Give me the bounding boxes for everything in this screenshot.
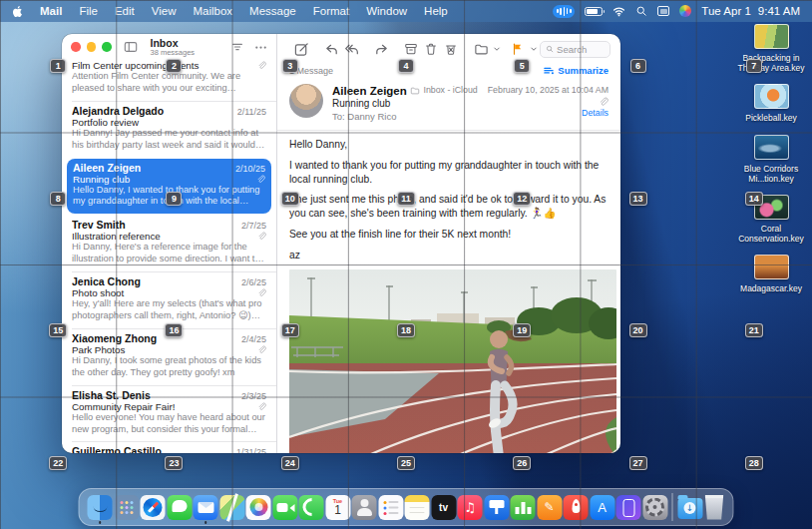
junk-button[interactable] (441, 39, 461, 59)
summarize-button[interactable]: Summarize (543, 65, 609, 77)
dock-photos-icon[interactable] (246, 495, 271, 520)
apple-menu-icon[interactable] (12, 5, 24, 18)
reply-all-button[interactable] (341, 39, 361, 59)
display-icon[interactable] (657, 6, 669, 16)
details-link[interactable]: Details (410, 107, 609, 120)
desktop-file-label: Pickleball.key (745, 113, 797, 123)
count-bar: 1 Message Summarize (277, 62, 620, 79)
dock-settings-icon[interactable] (642, 495, 667, 520)
dock-iphone-mirroring-icon[interactable] (616, 495, 641, 520)
menu-edit[interactable]: Edit (115, 5, 135, 17)
folder-chevron-icon[interactable] (491, 39, 503, 59)
dock-appstore-icon[interactable] (590, 495, 614, 520)
dock-separator (672, 493, 673, 521)
email-row[interactable]: Trev Smith 2/7/25 Illustration reference… (62, 215, 276, 271)
desktop-file-icon[interactable]: Coral Conservation.key (735, 195, 807, 244)
dock-facetime-icon[interactable] (272, 495, 297, 520)
delete-button[interactable] (421, 39, 441, 59)
close-window-button[interactable] (71, 42, 81, 52)
calendar-day: 1 (325, 503, 350, 517)
body-paragraph: She just sent me this photo, and said it… (289, 193, 614, 221)
menu-bar-clock[interactable]: Tue Apr 1 9:41 AM (701, 5, 800, 17)
sidebar-toggle-icon[interactable] (124, 40, 138, 54)
search-icon (546, 44, 554, 54)
flag-button[interactable] (508, 39, 528, 59)
sender-avatar[interactable] (289, 84, 323, 118)
dock-tv-icon[interactable] (431, 495, 456, 520)
email-subject: Running club (73, 174, 250, 185)
menu-bar-status: Tue Apr 1 9:41 AM (553, 5, 800, 18)
email-sender: Jenica Chong (72, 275, 235, 287)
dock-downloads-icon[interactable] (677, 498, 702, 519)
dock-contacts-icon[interactable] (352, 495, 377, 520)
menu-file[interactable]: File (79, 5, 98, 17)
email-row[interactable]: Xiaomeng Zhong 2/4/25 Park Photos Hi Dan… (62, 328, 276, 385)
battery-icon[interactable] (585, 7, 603, 16)
menu-message[interactable]: Message (249, 5, 296, 17)
dock-safari-icon[interactable] (141, 495, 166, 520)
menu-bar: MailFileEditViewMailboxMessageFormatWind… (0, 0, 812, 22)
email-row[interactable]: Aileen Zeigen 2/10/25 Running club Hello… (67, 159, 271, 215)
email-preview: Hi Danny! Jay passed me your contact inf… (72, 128, 266, 152)
flag-chevron-icon[interactable] (528, 39, 540, 59)
dock-reminders-icon[interactable] (378, 495, 403, 520)
dock-mail-icon[interactable] (194, 495, 218, 520)
attachment-icon (257, 288, 266, 297)
desktop-file-icon[interactable]: Backpacking in The Bay Area.key (735, 24, 807, 73)
search-field[interactable] (540, 41, 610, 58)
sender-name: Aileen Zeigen (332, 84, 407, 98)
archive-button[interactable] (401, 39, 421, 59)
dock-keynote-icon[interactable] (484, 495, 509, 520)
dock-finder-icon[interactable] (88, 495, 113, 520)
menu-mailbox[interactable]: Mailbox (193, 5, 232, 17)
dock-rocket-icon[interactable] (564, 495, 589, 520)
attached-photo-running-track[interactable] (289, 269, 616, 453)
body-paragraph: See you at the finish line for their 5K … (289, 228, 614, 242)
color-wheel-icon[interactable] (679, 5, 691, 17)
email-row-partial[interactable]: Film Center upcoming events Attention Fi… (62, 58, 276, 101)
dock-launchpad-icon[interactable] (114, 495, 139, 520)
menu-help[interactable]: Help (424, 5, 448, 17)
attachment-icon (256, 175, 265, 184)
menu-format[interactable]: Format (313, 5, 349, 17)
dock-notes-icon[interactable] (405, 495, 430, 520)
desktop-file-icon[interactable]: Blue Corridors Mi...tion.key (735, 135, 807, 184)
dock-music-icon[interactable] (458, 495, 483, 520)
more-options-icon[interactable] (253, 40, 268, 55)
dock-pages-icon[interactable] (537, 495, 562, 520)
dock-maps-icon[interactable] (219, 495, 244, 520)
filter-icon[interactable] (230, 40, 244, 54)
forward-button[interactable] (371, 39, 391, 59)
grid-number-badge: 26 (513, 456, 531, 470)
grid-number-badge: 13 (629, 192, 647, 206)
dock-trash-icon[interactable] (704, 495, 725, 520)
reply-button[interactable] (321, 39, 341, 59)
grid-number-badge: 20 (629, 323, 647, 337)
email-row[interactable]: Guillermo Castillo 1/31/25 Send pics ple… (62, 441, 276, 453)
zoom-window-button[interactable] (102, 42, 112, 52)
message-toolbar (277, 34, 620, 62)
move-to-folder-button[interactable] (471, 39, 491, 59)
dock-phone-icon[interactable] (299, 495, 324, 520)
wifi-icon[interactable] (612, 5, 625, 18)
compose-button[interactable] (291, 39, 311, 59)
spotlight-search-icon[interactable] (635, 5, 647, 17)
email-row[interactable]: Jenica Chong 2/6/25 Photo shoot Hey, y'a… (62, 271, 276, 328)
voice-control-indicator-icon[interactable] (553, 5, 575, 18)
email-row[interactable]: Elisha St. Denis 2/3/25 Community Repair… (62, 385, 276, 442)
menu-mail[interactable]: Mail (40, 5, 62, 17)
email-sender: Xiaomeng Zhong (72, 332, 235, 344)
minimize-window-button[interactable] (87, 42, 97, 52)
desktop-file-icon[interactable]: Madagascar.key (735, 255, 807, 293)
summarize-icon (543, 65, 555, 77)
dock-calendar-icon[interactable]: Tue1 (325, 495, 350, 520)
dock-numbers-icon[interactable] (511, 495, 536, 520)
menu-view[interactable]: View (152, 5, 177, 17)
grid-number-badge: 22 (49, 456, 67, 470)
search-input[interactable] (557, 44, 605, 55)
email-list: Film Center upcoming events Attention Fi… (62, 58, 276, 453)
dock-messages-icon[interactable] (167, 495, 192, 520)
menu-window[interactable]: Window (366, 5, 407, 17)
desktop-file-icon[interactable]: Pickleball.key (735, 84, 807, 123)
email-row[interactable]: Alejandra Delgado 2/11/25 Portfolio revi… (62, 101, 276, 158)
